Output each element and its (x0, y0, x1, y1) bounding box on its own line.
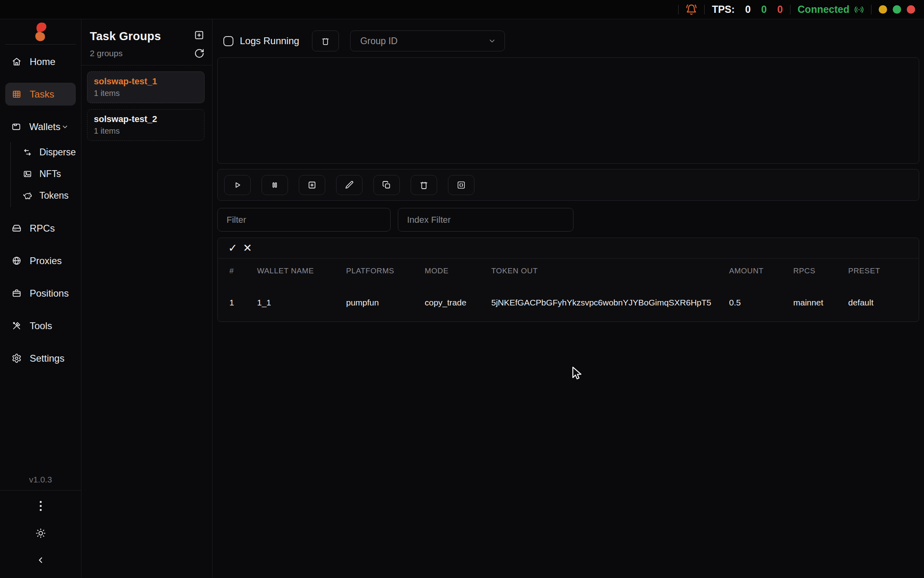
sidebar-item-rpcs[interactable]: RPCs (5, 217, 76, 240)
sidebar-footer-divider (0, 490, 81, 490)
connection-status-label: Connected (798, 4, 849, 15)
table-grid-icon (11, 89, 22, 99)
task-groups-list: solswap-test_1 1 items solswap-test_2 1 … (81, 65, 212, 147)
task-group-card[interactable]: solswap-test_1 1 items (87, 71, 205, 103)
trash-icon (419, 180, 429, 190)
tps-fail-value: 0 (777, 4, 783, 15)
app-logo[interactable] (0, 19, 81, 44)
piggy-bank-icon (22, 191, 32, 200)
task-group-card[interactable]: solswap-test_2 1 items (87, 109, 205, 141)
alarm-bell-icon[interactable] (686, 4, 697, 15)
column-header: RPCS (793, 267, 848, 275)
copy-icon (382, 180, 391, 190)
sidebar-item-disperse[interactable]: Disperse (10, 142, 76, 162)
clear-logs-trash-button[interactable] (312, 31, 339, 51)
window-control-green[interactable] (893, 5, 901, 14)
cell-preset: default (848, 298, 909, 307)
edit-json-button[interactable] (448, 175, 474, 195)
logs-running-checkbox[interactable] (223, 36, 233, 46)
cell-wallet-name: 1_1 (257, 298, 346, 307)
chevron-down-icon (61, 123, 70, 131)
tps-label: TPS: (712, 4, 735, 15)
cell-index: 1 (229, 298, 257, 307)
brand-b-icon (31, 20, 50, 43)
tasks-table: ✓ ✕ # WALLET NAME PLATFORMS MODE TOKEN O… (217, 238, 919, 322)
column-header: AMOUNT (729, 267, 793, 275)
logs-output-area (217, 57, 919, 164)
cell-token-out: 5jNKEfGACPbGFyhYkzsvpc6wobnYJYBoGimqSXR6… (491, 298, 729, 307)
select-all-check-icon[interactable]: ✓ (228, 243, 237, 254)
tps-success-value: 0 (761, 4, 767, 15)
chevron-down-icon (488, 37, 496, 45)
group-id-select[interactable]: Group ID (350, 31, 505, 51)
app-version: v1.0.3 (29, 475, 52, 484)
column-header: MODE (425, 267, 491, 275)
delete-task-button[interactable] (411, 175, 437, 195)
task-groups-panel: Task Groups 2 groups (81, 19, 213, 578)
sidebar-item-proxies[interactable]: Proxies (5, 249, 76, 272)
start-task-button[interactable] (224, 175, 251, 195)
connection-status: Connected (798, 4, 864, 15)
pencil-icon (344, 180, 354, 190)
sidebar-item-positions[interactable]: Positions (5, 282, 76, 305)
deselect-all-close-icon[interactable]: ✕ (243, 243, 252, 254)
theme-sun-icon[interactable] (35, 528, 46, 539)
topbar-separator (678, 5, 679, 14)
column-header: PRESET (848, 267, 909, 275)
trash-icon (321, 37, 330, 46)
add-group-button[interactable] (194, 30, 205, 41)
refresh-icon[interactable] (194, 48, 205, 59)
filter-input[interactable] (217, 208, 391, 232)
play-icon (233, 180, 242, 190)
cell-platforms: pumpfun (346, 298, 425, 307)
table-header-row: # WALLET NAME PLATFORMS MODE TOKEN OUT A… (218, 258, 919, 283)
tools-icon (11, 321, 22, 331)
more-menu-icon[interactable] (40, 501, 42, 511)
column-header: WALLET NAME (257, 267, 346, 275)
sidebar-item-settings[interactable]: Settings (5, 347, 76, 370)
gear-icon (11, 353, 22, 363)
index-filter-input[interactable] (398, 208, 573, 232)
sidebar-item-home[interactable]: Home (5, 50, 76, 73)
plus-square-icon (307, 180, 317, 190)
collapse-sidebar-chevron-left-icon[interactable] (36, 556, 45, 565)
selection-actions-row: ✓ ✕ (218, 238, 919, 258)
pause-task-button[interactable] (261, 175, 288, 195)
sidebar-item-tokens[interactable]: Tokens (10, 185, 76, 206)
topbar-separator (871, 5, 871, 14)
sidebar-item-tasks[interactable]: Tasks (5, 83, 76, 106)
sidebar-item-nfts[interactable]: NFTs (10, 164, 76, 184)
sidebar-nav: Home Tasks Walle (0, 45, 81, 379)
topbar: TPS: 0 0 0 Connected (0, 0, 924, 19)
cell-rpcs: mainnet (793, 298, 848, 307)
window-control-red[interactable] (907, 5, 915, 14)
app-window: TPS: 0 0 0 Connected (0, 0, 924, 578)
topbar-separator (790, 5, 790, 14)
window-control-yellow[interactable] (879, 5, 887, 14)
filters-row (217, 208, 919, 232)
duplicate-task-button[interactable] (373, 175, 400, 195)
groups-count: 2 groups (90, 49, 123, 58)
task-groups-header: Task Groups 2 groups (81, 19, 212, 59)
task-group-items-count: 1 items (94, 89, 198, 98)
column-header: # (229, 267, 257, 275)
sidebar-item-tools[interactable]: Tools (5, 314, 76, 337)
sidebar-item-wallets[interactable]: Wallets (5, 115, 76, 138)
sidebar-item-label: Tokens (39, 190, 69, 201)
add-task-button[interactable] (299, 175, 325, 195)
wallet-icon (11, 122, 21, 132)
sidebar-item-label: Disperse (39, 147, 76, 158)
logs-controls-row: Logs Running Group ID (217, 31, 919, 51)
main-content: Logs Running Group ID (213, 19, 924, 578)
sidebar-item-label: Settings (30, 353, 65, 364)
wallets-submenu: Disperse NFTs (5, 142, 76, 207)
table-row[interactable]: 1 1_1 pumpfun copy_trade 5jNKEfGACPbGFyh… (218, 283, 919, 322)
sidebar-item-label: Home (30, 56, 55, 67)
task-actions-toolbar (217, 169, 919, 201)
tps-indicator: TPS: 0 0 0 (712, 4, 783, 15)
image-icon (22, 169, 32, 179)
sidebar-item-label: Wallets (29, 121, 61, 132)
edit-task-button[interactable] (336, 175, 363, 195)
tps-total-value: 0 (745, 4, 751, 15)
swap-arrows-icon (22, 148, 32, 157)
